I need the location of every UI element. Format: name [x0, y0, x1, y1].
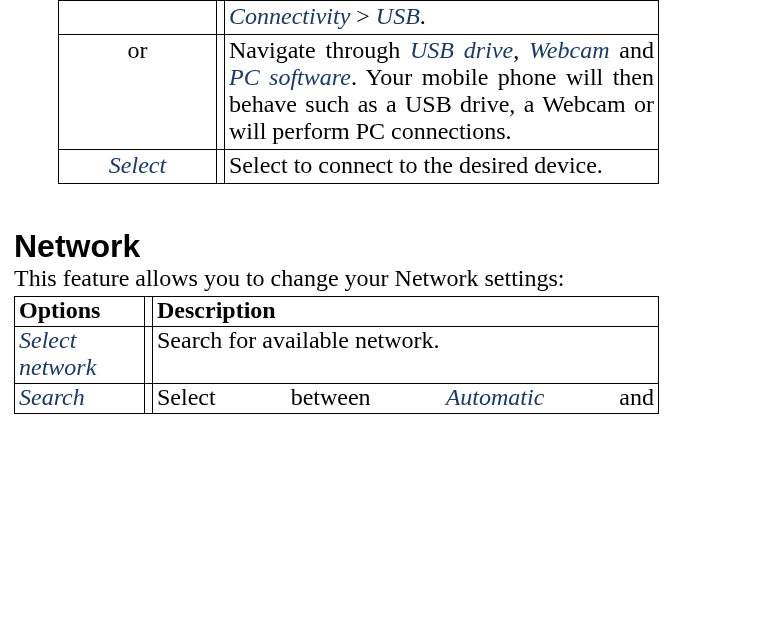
header-description: Description	[153, 297, 659, 327]
text: Search for available network.	[157, 327, 440, 353]
table-row: Select network Search for available netw…	[15, 327, 659, 384]
table-row: Connectivity > USB.	[59, 1, 659, 35]
text: and	[609, 37, 654, 63]
cell-left: or	[59, 35, 217, 150]
cell-left: Search	[15, 384, 145, 414]
text: Select to connect to the desired device.	[229, 152, 603, 178]
text: .	[420, 3, 426, 29]
cell-right: Search for available network.	[153, 327, 659, 384]
emph-text: Select	[109, 152, 166, 178]
cell-right: Select to connect to the desired device.	[225, 150, 659, 184]
emph-text: Select network	[19, 327, 96, 380]
emph-text: Search	[19, 384, 85, 410]
emph-text: USB drive	[410, 37, 513, 63]
cell-spacer	[145, 327, 153, 384]
cell-left: Select network	[15, 327, 145, 384]
header-options: Options	[15, 297, 145, 327]
cell-spacer	[217, 1, 225, 35]
emph-text: USB	[376, 3, 420, 29]
table-row: Search Select between Automatic and	[15, 384, 659, 414]
cell-right: Select between Automatic and	[153, 384, 659, 414]
section-heading: Network	[14, 228, 763, 265]
section-intro: This feature allows you to change your N…	[14, 265, 763, 292]
table-header-row: Options Description	[15, 297, 659, 327]
cell-right: Navigate through USB drive, Webcam and P…	[225, 35, 659, 150]
table-row: Select Select to connect to the desired …	[59, 150, 659, 184]
text: and	[544, 384, 654, 410]
cell-left	[59, 1, 217, 35]
text: Navigate through	[229, 37, 410, 63]
emph-text: PC software	[229, 64, 351, 90]
table-row: or Navigate through USB drive, Webcam an…	[59, 35, 659, 150]
text: or	[128, 37, 148, 63]
cell-right: Connectivity > USB.	[225, 1, 659, 35]
text: >	[350, 3, 376, 29]
text: ,	[513, 37, 529, 63]
emph-text: Automatic	[446, 384, 545, 410]
emph-text: Connectivity	[229, 3, 350, 29]
cell-spacer	[145, 384, 153, 414]
text: Select between	[157, 384, 446, 410]
cell-spacer	[145, 297, 153, 327]
usb-connectivity-table: Connectivity > USB. or Navigate through …	[58, 0, 659, 184]
emph-text: Webcam	[529, 37, 609, 63]
network-options-table: Options Description Select network Searc…	[14, 296, 659, 414]
cell-left: Select	[59, 150, 217, 184]
cell-spacer	[217, 150, 225, 184]
cell-spacer	[217, 35, 225, 150]
